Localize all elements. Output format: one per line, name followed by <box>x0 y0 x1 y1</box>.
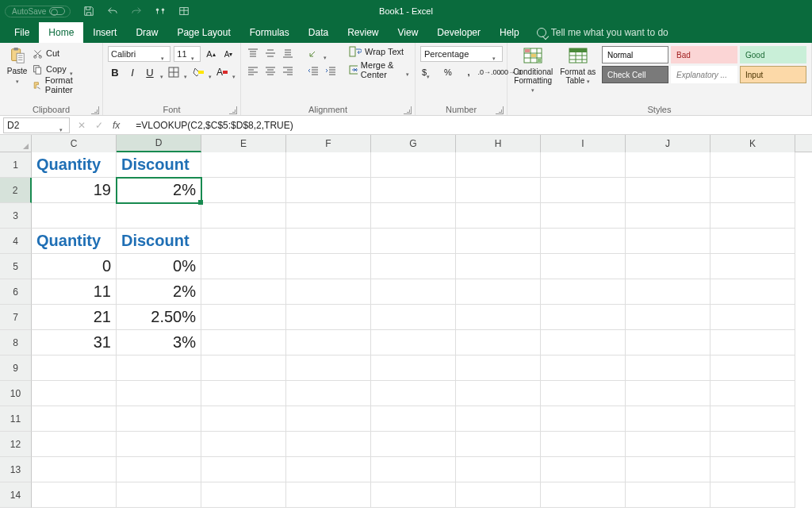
cell[interactable] <box>117 203 201 229</box>
cell[interactable] <box>286 178 371 203</box>
cell[interactable] <box>626 203 710 229</box>
borders-icon[interactable] <box>167 65 181 79</box>
cell[interactable] <box>710 152 795 178</box>
cell[interactable] <box>626 178 710 203</box>
cell[interactable] <box>710 178 795 203</box>
increase-font-icon[interactable]: A▴ <box>204 47 218 61</box>
cell[interactable] <box>32 432 117 457</box>
redo-icon[interactable] <box>129 4 144 18</box>
cell[interactable] <box>626 356 710 381</box>
cell[interactable]: Discount <box>117 229 201 254</box>
tab-data[interactable]: Data <box>299 22 338 43</box>
tab-draw[interactable]: Draw <box>126 22 167 43</box>
row-header[interactable]: 10 <box>0 381 32 406</box>
cell[interactable] <box>626 406 710 432</box>
cell[interactable] <box>710 356 795 381</box>
row-header[interactable]: 11 <box>0 406 32 432</box>
cell[interactable] <box>117 457 201 482</box>
tab-page-layout[interactable]: Page Layout <box>167 22 239 43</box>
cell[interactable] <box>541 482 626 508</box>
cell[interactable] <box>456 482 541 508</box>
column-header[interactable]: I <box>541 135 626 152</box>
cell[interactable] <box>117 356 201 381</box>
cell[interactable] <box>286 152 371 178</box>
cell[interactable] <box>541 406 626 432</box>
cell[interactable] <box>371 254 456 279</box>
dialog-launcher-icon[interactable] <box>496 106 504 114</box>
cell[interactable] <box>286 330 371 356</box>
cell[interactable] <box>371 229 456 254</box>
cell[interactable] <box>626 254 710 279</box>
row-header[interactable]: 3 <box>0 203 32 229</box>
row-header[interactable]: 14 <box>0 482 32 508</box>
cell[interactable] <box>286 356 371 381</box>
cell[interactable] <box>541 330 626 356</box>
align-right-icon[interactable] <box>281 63 295 78</box>
cell[interactable] <box>541 229 626 254</box>
cell[interactable]: 2% <box>117 178 201 203</box>
cell[interactable] <box>710 330 795 356</box>
decrease-indent-icon[interactable] <box>306 63 320 78</box>
row-header[interactable]: 1 <box>0 152 32 178</box>
align-left-icon[interactable] <box>246 63 260 78</box>
cell[interactable]: 2.50% <box>117 305 201 330</box>
cell[interactable] <box>626 330 710 356</box>
cell[interactable] <box>371 279 456 305</box>
cell[interactable] <box>286 406 371 432</box>
cell[interactable] <box>710 406 795 432</box>
cell[interactable] <box>286 381 371 406</box>
font-size-select[interactable]: 11 <box>174 46 201 62</box>
cell[interactable]: 19 <box>32 178 117 203</box>
cell[interactable]: 0% <box>117 254 201 279</box>
row-header[interactable]: 5 <box>0 254 32 279</box>
cell[interactable] <box>456 152 541 178</box>
cell[interactable] <box>626 229 710 254</box>
cell[interactable] <box>286 279 371 305</box>
tab-view[interactable]: View <box>389 22 428 43</box>
cell[interactable] <box>371 152 456 178</box>
cell[interactable] <box>371 203 456 229</box>
align-bottom-icon[interactable] <box>281 46 295 60</box>
cell[interactable] <box>710 203 795 229</box>
cell[interactable] <box>201 178 286 203</box>
cell[interactable]: 0 <box>32 254 117 279</box>
cell[interactable] <box>626 305 710 330</box>
cell[interactable] <box>32 356 117 381</box>
cell[interactable] <box>541 381 626 406</box>
cell[interactable] <box>710 457 795 482</box>
row-header[interactable]: 13 <box>0 457 32 482</box>
cell[interactable] <box>286 203 371 229</box>
tab-help[interactable]: Help <box>490 22 529 43</box>
cell[interactable] <box>32 203 117 229</box>
accounting-format-icon[interactable]: $ <box>420 65 435 79</box>
merge-center-button[interactable]: Merge & Center <box>349 60 410 79</box>
cell[interactable] <box>541 432 626 457</box>
decrease-font-icon[interactable]: A▾ <box>221 47 236 61</box>
column-header[interactable]: J <box>626 135 710 152</box>
font-name-select[interactable]: Calibri <box>108 46 170 62</box>
cell[interactable] <box>541 279 626 305</box>
format-as-table-button[interactable]: Format as Table <box>557 46 599 85</box>
cell[interactable] <box>286 229 371 254</box>
cell[interactable] <box>626 152 710 178</box>
fx-icon[interactable]: fx <box>113 120 120 131</box>
cell[interactable] <box>371 482 456 508</box>
align-middle-icon[interactable] <box>263 46 278 60</box>
cell[interactable] <box>710 432 795 457</box>
cell[interactable] <box>456 203 541 229</box>
cell-style-swatch[interactable]: Explanatory ... <box>671 66 737 83</box>
cell[interactable] <box>117 381 201 406</box>
cell[interactable] <box>541 457 626 482</box>
cell[interactable] <box>32 457 117 482</box>
cell[interactable] <box>456 330 541 356</box>
cell[interactable] <box>541 178 626 203</box>
cell[interactable] <box>32 406 117 432</box>
tab-review[interactable]: Review <box>338 22 388 43</box>
column-header[interactable]: D <box>117 135 201 152</box>
cell[interactable] <box>371 330 456 356</box>
cell[interactable]: Discount <box>117 152 201 178</box>
cell[interactable] <box>541 254 626 279</box>
cell[interactable] <box>710 229 795 254</box>
cell[interactable] <box>710 381 795 406</box>
save-icon[interactable] <box>82 4 96 18</box>
